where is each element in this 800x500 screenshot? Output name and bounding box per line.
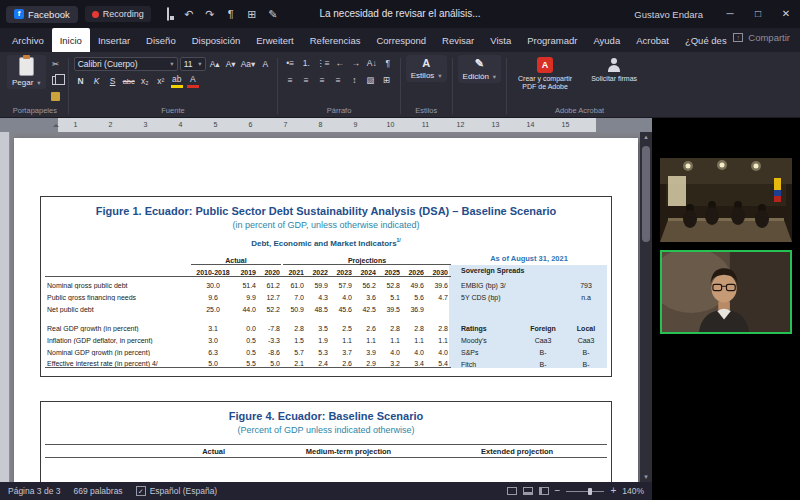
indicator-value: 9.9 bbox=[235, 294, 259, 301]
format-painter-icon bbox=[51, 92, 60, 101]
web-layout-icon[interactable] bbox=[539, 487, 549, 495]
read-mode-icon[interactable] bbox=[507, 487, 517, 495]
close-button[interactable]: ✕ bbox=[772, 0, 800, 28]
figure1-subtitle: (in percent of GDP, unless otherwise ind… bbox=[45, 220, 607, 230]
language-indicator[interactable]: Español (España) bbox=[150, 486, 218, 496]
borders-button[interactable]: ⊞ bbox=[379, 74, 393, 87]
clear-formatting-button[interactable]: A bbox=[258, 58, 272, 71]
font-name-select[interactable]: Calibri (Cuerpo)▾ bbox=[74, 57, 178, 71]
zoom-in-button[interactable]: + bbox=[610, 486, 616, 496]
increase-indent-button[interactable]: → bbox=[349, 57, 363, 70]
ribbon-tab-programadr[interactable]: Programadr bbox=[519, 28, 585, 52]
year-column-header: 2019 bbox=[235, 269, 259, 276]
facebook-label: Facebook bbox=[28, 9, 70, 20]
indicator-value: -7.8 bbox=[259, 325, 283, 332]
show-marks-button[interactable]: ¶ bbox=[381, 57, 395, 70]
ribbon-tab-correspond[interactable]: Correspond bbox=[368, 28, 434, 52]
video-tile-meeting-room[interactable] bbox=[660, 158, 792, 242]
column-group-actual: Actual bbox=[191, 257, 281, 265]
undo-icon[interactable]: ↶ bbox=[183, 8, 195, 20]
figure1-section-title: Debt, Economic and Market Indicators1/ bbox=[45, 237, 607, 248]
indicator-value: 1.1 bbox=[331, 337, 355, 344]
indicator-value: 2.6 bbox=[355, 325, 379, 332]
indicator-value: -8.6 bbox=[259, 349, 283, 356]
scrollbar-thumb[interactable] bbox=[642, 146, 650, 242]
bullets-button[interactable]: •≡ bbox=[283, 57, 297, 70]
spellcheck-icon[interactable]: ✓ bbox=[136, 486, 146, 496]
line-spacing-button[interactable]: ↕ bbox=[347, 74, 361, 87]
video-tile-active-speaker[interactable] bbox=[660, 250, 792, 334]
change-case-button[interactable]: Aa▾ bbox=[240, 58, 257, 71]
decrease-indent-button[interactable]: ← bbox=[333, 57, 347, 70]
save-icon[interactable] bbox=[162, 8, 174, 20]
ribbon-tab-inicio[interactable]: Inicio bbox=[52, 28, 90, 52]
ribbon-tab-referencias[interactable]: Referencias bbox=[302, 28, 369, 52]
maximize-button[interactable]: □ bbox=[744, 0, 772, 28]
sort-button[interactable]: A↓ bbox=[365, 57, 379, 70]
scroll-down-icon[interactable]: ▼ bbox=[640, 474, 652, 480]
indicator-value: 1.1 bbox=[379, 337, 403, 344]
strikethrough-button[interactable]: abc bbox=[122, 75, 136, 88]
ribbon-tab-disposici-n[interactable]: Disposición bbox=[184, 28, 249, 52]
ribbon-tab-acrobat[interactable]: Acrobat bbox=[628, 28, 677, 52]
document-page[interactable]: Figure 1. Ecuador: Public Sector Debt Su… bbox=[14, 138, 638, 482]
create-pdf-button[interactable]: A Crear y compartir PDF de Adobe bbox=[512, 55, 578, 92]
share-button[interactable]: ↑ Compartir bbox=[733, 32, 790, 43]
zoom-slider[interactable] bbox=[566, 491, 604, 492]
ribbon-tab-revisar[interactable]: Revisar bbox=[434, 28, 482, 52]
ribbon-tab--qu-des[interactable]: ¿Qué des bbox=[677, 28, 735, 52]
table-icon[interactable]: ⊞ bbox=[246, 8, 258, 20]
minimize-button[interactable]: ─ bbox=[716, 0, 744, 28]
cut-button[interactable]: ✂ bbox=[49, 58, 63, 71]
subscript-button[interactable]: x₂ bbox=[138, 75, 152, 88]
shading-button[interactable]: ▨ bbox=[363, 74, 377, 87]
grow-font-button[interactable]: A▴ bbox=[208, 58, 222, 71]
scroll-up-icon[interactable]: ▲ bbox=[640, 134, 652, 140]
page-indicator[interactable]: Página 3 de 3 bbox=[8, 486, 60, 496]
ribbon-tab-dise-o[interactable]: Diseño bbox=[138, 28, 184, 52]
request-signatures-button[interactable]: Solicitar firmas bbox=[581, 55, 647, 83]
styles-group-label: Estilos bbox=[406, 105, 447, 117]
font-size-select[interactable]: 11▾ bbox=[180, 57, 206, 71]
facebook-button[interactable]: f Facebook bbox=[6, 6, 78, 23]
indicator-value: -3.3 bbox=[259, 337, 283, 344]
vertical-scrollbar[interactable]: ▲ ▼ bbox=[640, 132, 652, 482]
ribbon-tab-vista[interactable]: Vista bbox=[482, 28, 519, 52]
ruler-number: 12 bbox=[443, 118, 478, 132]
indicator-row: Real GDP growth (in percent)3.10.0-7.82.… bbox=[45, 320, 607, 332]
format-painter-button[interactable] bbox=[49, 90, 63, 103]
underline-button[interactable]: S bbox=[106, 75, 120, 88]
zoom-slider-handle[interactable] bbox=[588, 488, 592, 495]
align-left-button[interactable]: ≡ bbox=[283, 74, 297, 87]
shrink-font-button[interactable]: A▾ bbox=[224, 58, 238, 71]
multilevel-list-button[interactable]: ⋮≡ bbox=[315, 57, 330, 70]
editing-button[interactable]: ✎ Edición▾ bbox=[458, 55, 502, 83]
align-right-button[interactable]: ≡ bbox=[315, 74, 329, 87]
indicator-value: 4.0 bbox=[331, 294, 355, 301]
ribbon-tab-archivo[interactable]: Archivo bbox=[4, 28, 52, 52]
numbering-button[interactable]: 1. bbox=[299, 57, 313, 70]
ribbon-tab-ayuda[interactable]: Ayuda bbox=[585, 28, 628, 52]
paragraph-mark-icon[interactable]: ¶ bbox=[225, 8, 237, 20]
ruler-number: 3 bbox=[128, 118, 163, 132]
italic-button[interactable]: K bbox=[90, 75, 104, 88]
print-layout-icon[interactable] bbox=[523, 487, 533, 495]
word-count[interactable]: 669 palabras bbox=[73, 486, 122, 496]
pen-icon[interactable]: ✎ bbox=[267, 8, 279, 20]
ribbon-tab-erweitert[interactable]: Erweitert bbox=[248, 28, 301, 52]
indicator-value: 3.7 bbox=[331, 349, 355, 356]
font-color-button[interactable]: A bbox=[186, 75, 200, 88]
styles-button[interactable]: A Estilos▾ bbox=[406, 55, 447, 82]
zoom-out-button[interactable]: − bbox=[555, 486, 561, 496]
superscript-button[interactable]: x² bbox=[154, 75, 168, 88]
copy-button[interactable] bbox=[49, 74, 63, 87]
redo-icon[interactable]: ↷ bbox=[204, 8, 216, 20]
bold-button[interactable]: N bbox=[74, 75, 88, 88]
paste-button[interactable]: Pegar▾ bbox=[7, 55, 46, 89]
align-center-button[interactable]: ≡ bbox=[299, 74, 313, 87]
justify-button[interactable]: ≡ bbox=[331, 74, 345, 87]
highlight-color-button[interactable]: ab bbox=[170, 75, 184, 88]
vertical-ruler[interactable] bbox=[0, 132, 10, 482]
ribbon-tab-insertar[interactable]: Insertar bbox=[90, 28, 138, 52]
horizontal-ruler[interactable]: 123456789101112131415 bbox=[0, 118, 652, 132]
